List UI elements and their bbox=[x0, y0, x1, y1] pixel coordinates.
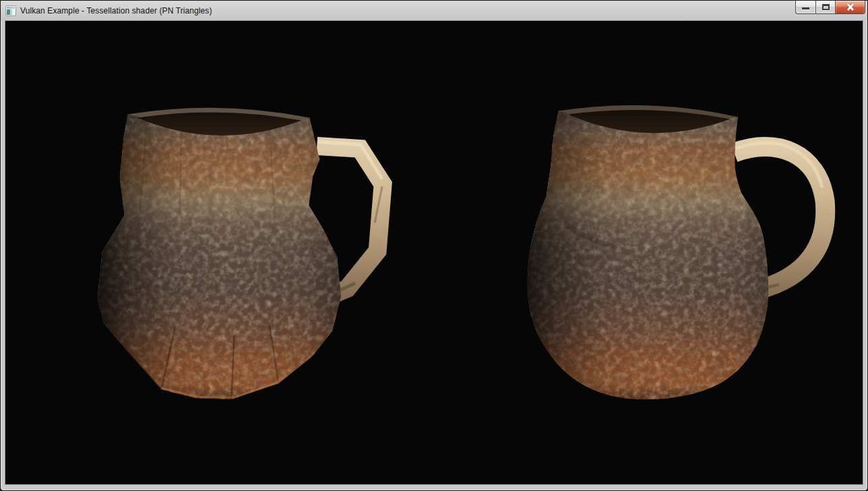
close-button[interactable] bbox=[835, 1, 865, 14]
window-controls bbox=[795, 1, 865, 14]
vulkan-scene bbox=[5, 21, 863, 484]
close-icon bbox=[845, 3, 856, 12]
maximize-icon bbox=[822, 4, 830, 10]
jug-right bbox=[524, 102, 826, 408]
minimize-icon bbox=[802, 7, 809, 9]
window-title: Vulkan Example - Tessellation shader (PN… bbox=[20, 6, 212, 16]
minimize-button[interactable] bbox=[795, 1, 816, 14]
render-viewport[interactable] bbox=[5, 20, 863, 485]
maximize-button[interactable] bbox=[815, 1, 836, 14]
app-icon-titlebar-stripe bbox=[7, 7, 15, 9]
app-icon[interactable] bbox=[5, 5, 16, 16]
app-icon-content bbox=[7, 9, 15, 15]
window-titlebar[interactable]: Vulkan Example - Tessellation shader (PN… bbox=[1, 1, 867, 20]
jug-left bbox=[93, 105, 383, 408]
application-window: Vulkan Example - Tessellation shader (PN… bbox=[0, 0, 868, 491]
